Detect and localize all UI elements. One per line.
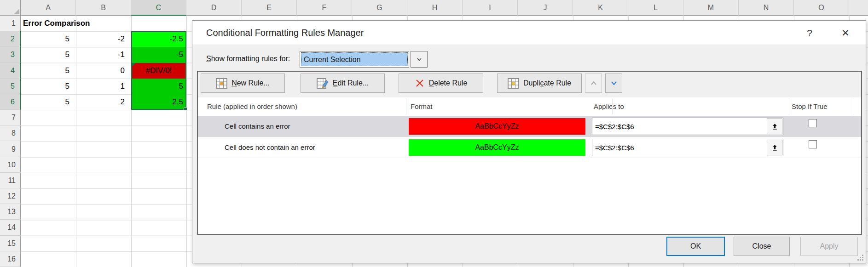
- select-all-button[interactable]: [0, 0, 21, 16]
- duplicate-rule-icon: [508, 78, 519, 89]
- rule-description: Cell contains an error: [225, 116, 290, 137]
- cell-C2[interactable]: -2.5: [131, 31, 186, 47]
- collapse-dialog-button[interactable]: [767, 140, 782, 155]
- column-header-G[interactable]: G: [352, 0, 407, 16]
- help-button[interactable]: ?: [800, 23, 819, 43]
- row-header-15[interactable]: 15: [0, 236, 21, 251]
- cell-A5[interactable]: 5: [21, 79, 73, 94]
- cell-C5[interactable]: 5: [131, 79, 186, 94]
- apply-button[interactable]: Apply: [800, 237, 858, 256]
- header-separator: [612, 99, 613, 114]
- column-header-applies-to: Applies to: [594, 97, 624, 116]
- cell-A4[interactable]: 5: [21, 63, 73, 79]
- row-header-1[interactable]: 1: [0, 16, 21, 31]
- header-separator: [789, 99, 789, 114]
- row-header-2[interactable]: 2: [0, 31, 21, 47]
- column-header-stop-if-true: Stop If True: [792, 97, 827, 116]
- cell-C4[interactable]: #DIV/0!: [131, 63, 186, 79]
- cell-B2[interactable]: -2: [76, 31, 128, 47]
- row-header-11[interactable]: 11: [0, 173, 21, 188]
- column-header-O[interactable]: O: [794, 0, 849, 16]
- applies-to-input[interactable]: [592, 139, 783, 156]
- edit-rule-label: Edit Rule...: [333, 79, 369, 87]
- chevron-down-icon: [415, 56, 423, 63]
- edit-rule-button[interactable]: Edit Rule...: [301, 74, 385, 93]
- row-header-14[interactable]: 14: [0, 220, 21, 235]
- dialog-titlebar[interactable]: Conditional Formatting Rules Manager ? ✕: [192, 21, 866, 45]
- edit-rule-icon: [317, 78, 329, 89]
- row-header-12[interactable]: 12: [0, 188, 21, 204]
- collapse-dialog-icon: [771, 123, 778, 130]
- cell-A1[interactable]: Error Comparison: [23, 16, 90, 31]
- row-header-16[interactable]: 16: [0, 251, 21, 267]
- show-label-rest: how formatting rules for:: [211, 55, 290, 62]
- close-button[interactable]: Close: [734, 237, 790, 256]
- new-rule-button[interactable]: New Rule...: [201, 74, 285, 93]
- cell-A6[interactable]: 5: [21, 94, 73, 110]
- header-separator: [854, 99, 854, 114]
- delete-rule-button[interactable]: Delete Rule: [399, 74, 483, 93]
- move-rule-down-button[interactable]: [605, 74, 622, 93]
- cell-A2[interactable]: 5: [21, 31, 73, 47]
- column-header-format: Format: [411, 97, 433, 116]
- show-rules-for-combobox[interactable]: Current Selection: [300, 51, 409, 68]
- column-header-N[interactable]: N: [739, 0, 794, 16]
- show-label-accesskey: S: [206, 55, 211, 62]
- cell-A3[interactable]: 5: [21, 47, 73, 62]
- column-header-K[interactable]: K: [573, 0, 628, 16]
- row-header-4[interactable]: 4: [0, 63, 21, 79]
- cell-C3[interactable]: -5: [131, 47, 186, 62]
- cell-B4[interactable]: 0: [76, 63, 128, 79]
- duplicate-rule-label: Duplicate Rule: [523, 79, 571, 87]
- rules-panel: New Rule... Edit Rule... Delete Rule: [197, 71, 862, 235]
- error-indicator-icon: [131, 63, 136, 68]
- dialog-title: Conditional Formatting Rules Manager: [206, 21, 364, 45]
- chevron-up-icon: [590, 80, 598, 86]
- ok-button[interactable]: OK: [666, 237, 725, 256]
- column-header-rule: Rule (applied in order shown): [207, 97, 297, 116]
- row-header-10[interactable]: 10: [0, 157, 21, 173]
- row-header-13[interactable]: 13: [0, 204, 21, 220]
- collapse-dialog-button[interactable]: [767, 119, 782, 134]
- column-header-L[interactable]: L: [628, 0, 683, 16]
- column-header-M[interactable]: M: [683, 0, 739, 16]
- column-header-B[interactable]: B: [76, 0, 131, 16]
- column-header-F[interactable]: F: [297, 0, 352, 16]
- column-header-E[interactable]: E: [242, 0, 297, 16]
- row-header-9[interactable]: 9: [0, 142, 21, 157]
- cell-B3[interactable]: -1: [76, 47, 128, 62]
- column-header-C[interactable]: C: [131, 0, 186, 16]
- rule-description: Cell does not contain an error: [225, 137, 315, 158]
- row-header-7[interactable]: 7: [0, 110, 21, 125]
- row-header-5[interactable]: 5: [0, 79, 21, 94]
- column-header-J[interactable]: J: [518, 0, 573, 16]
- combobox-dropdown-button[interactable]: [411, 51, 428, 68]
- cell-B5[interactable]: 1: [76, 79, 128, 94]
- conditional-formatting-rules-manager-dialog: Conditional Formatting Rules Manager ? ✕…: [192, 20, 866, 263]
- cell-C6[interactable]: 2.5: [131, 94, 186, 110]
- column-header-I[interactable]: I: [463, 0, 518, 16]
- column-header-A[interactable]: A: [21, 0, 76, 16]
- stop-if-true-checkbox[interactable]: [809, 140, 817, 148]
- show-formatting-rules-label: Show formatting rules for:: [206, 50, 290, 68]
- combobox-selected-value: Current Selection: [301, 52, 408, 66]
- column-header-D[interactable]: D: [186, 0, 242, 16]
- stop-if-true-checkbox[interactable]: [809, 119, 817, 127]
- cell-B6[interactable]: 2: [76, 94, 128, 110]
- delete-rule-label: Delete Rule: [429, 79, 468, 87]
- move-rule-up-button[interactable]: [585, 74, 602, 93]
- rule-row-1[interactable]: Cell contains an error AaBbCcYyZz: [198, 116, 861, 137]
- select-all-triangle-icon: [14, 9, 19, 14]
- applies-to-input[interactable]: [592, 118, 783, 135]
- column-header-H[interactable]: H: [407, 0, 463, 16]
- rule-row-2[interactable]: Cell does not contain an error AaBbCcYyZ…: [198, 137, 861, 158]
- delete-rule-icon: [415, 78, 425, 88]
- row-header-3[interactable]: 3: [0, 47, 21, 62]
- duplicate-rule-button[interactable]: Duplicate Rule: [497, 74, 582, 93]
- close-icon[interactable]: ✕: [836, 23, 855, 43]
- resize-grip[interactable]: [858, 255, 863, 261]
- chevron-down-icon: [610, 80, 618, 86]
- row-header-8[interactable]: 8: [0, 125, 21, 141]
- row-header-6[interactable]: 6: [0, 94, 21, 110]
- cell-C4-value: #DIV/0!: [146, 66, 172, 75]
